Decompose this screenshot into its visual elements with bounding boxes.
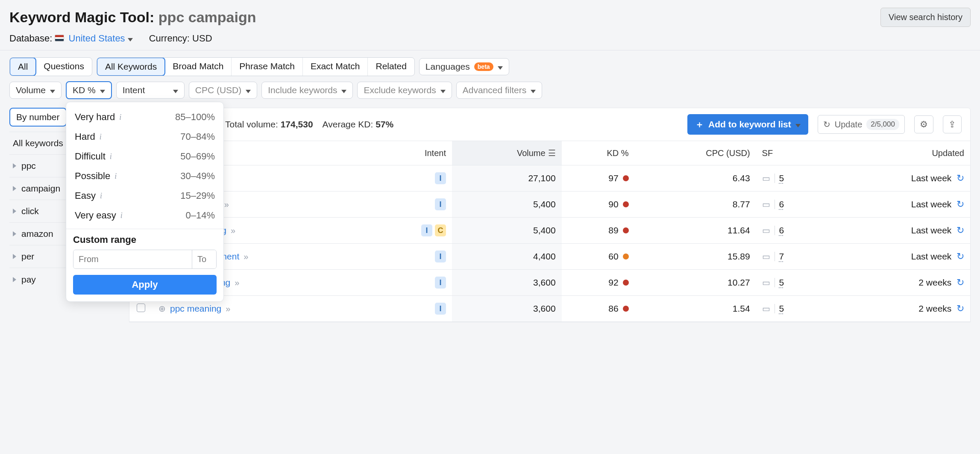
info-icon[interactable]: i: [100, 133, 102, 142]
exclude-filter-label: Exclude keywords: [364, 85, 436, 95]
table-row: ⊕ ppc advertising » I 3,600 92 10.27 ▭ 5…: [129, 270, 970, 296]
tab-phrase-match[interactable]: Phrase Match: [232, 58, 303, 76]
info-icon[interactable]: i: [119, 113, 121, 122]
kd-option-label: Possible: [75, 171, 110, 182]
updated-cell: Last week ↻: [830, 218, 970, 244]
kd-option-label: Very easy: [75, 210, 116, 221]
col-intent[interactable]: Intent: [373, 141, 452, 165]
sort-desc-icon: ☰: [548, 148, 556, 158]
kd-option[interactable]: Hard i70–84%: [73, 127, 217, 147]
col-kd[interactable]: KD %: [562, 141, 635, 165]
exclude-keywords-filter[interactable]: Exclude keywords: [357, 82, 452, 99]
col-sf[interactable]: SF: [756, 141, 830, 165]
divider: [775, 304, 775, 313]
sf-value[interactable]: 6: [779, 225, 784, 236]
sf-value[interactable]: 7: [779, 251, 784, 262]
add-icon[interactable]: ⊕: [158, 304, 166, 314]
kd-from-input[interactable]: [73, 250, 192, 268]
kd-dot-icon: [623, 254, 629, 259]
col-volume[interactable]: Volume☰: [452, 141, 562, 165]
divider: [775, 174, 775, 183]
serp-icon[interactable]: ▭: [762, 225, 770, 236]
chevron-double-icon[interactable]: »: [226, 304, 230, 314]
settings-button[interactable]: ⚙: [914, 115, 933, 133]
tab-broad-match[interactable]: Broad Match: [165, 58, 232, 76]
chevron-double-icon[interactable]: »: [224, 200, 229, 209]
refresh-row-icon[interactable]: ↻: [957, 277, 964, 288]
by-number-toggle[interactable]: By number: [9, 108, 67, 127]
kd-cell: 86: [608, 304, 628, 314]
chevron-down-icon: [498, 62, 503, 72]
info-icon[interactable]: i: [120, 211, 123, 220]
sf-value[interactable]: 5: [779, 173, 784, 183]
cpc-cell: 10.27: [635, 270, 756, 296]
kd-option[interactable]: Very easy i0–14%: [73, 206, 217, 225]
update-button[interactable]: ↻ Update 2/5,000: [818, 115, 905, 134]
info-icon[interactable]: i: [114, 172, 117, 181]
advanced-filters[interactable]: Advanced filters: [456, 82, 542, 99]
keyword-link[interactable]: ppc meaning: [170, 304, 221, 314]
tab-exact-match[interactable]: Exact Match: [303, 58, 368, 76]
tab-all[interactable]: All: [9, 57, 36, 76]
kd-cell: 97: [608, 173, 628, 183]
chevron-double-icon[interactable]: »: [244, 252, 248, 262]
table-row: ⊕ ppc marketing » I C 5,400 89 11.64 ▭ 6…: [129, 218, 970, 244]
serp-icon[interactable]: ▭: [762, 251, 770, 262]
tab-questions[interactable]: Questions: [36, 58, 92, 76]
sf-value[interactable]: 6: [779, 199, 784, 209]
row-checkbox[interactable]: [137, 304, 145, 312]
serp-icon[interactable]: ▭: [762, 173, 770, 183]
divider: [775, 226, 775, 235]
kd-dot-icon: [623, 306, 629, 312]
sf-value[interactable]: 5: [779, 304, 784, 314]
kd-option-range: 15–29%: [180, 190, 215, 201]
kd-filter-label: KD %: [73, 85, 96, 95]
add-to-keyword-list-button[interactable]: ＋ Add to keyword list: [687, 114, 808, 135]
tab-all-keywords[interactable]: All Keywords: [97, 57, 165, 76]
kd-option-range: 70–84%: [180, 131, 215, 142]
chevron-down-icon: [341, 85, 346, 95]
serp-icon[interactable]: ▭: [762, 277, 770, 288]
apply-button[interactable]: Apply: [73, 275, 217, 295]
serp-icon[interactable]: ▭: [762, 304, 770, 314]
refresh-row-icon[interactable]: ↻: [957, 199, 964, 209]
chevron-double-icon[interactable]: »: [235, 278, 239, 288]
volume-cell: 5,400: [452, 192, 562, 218]
cpc-filter[interactable]: CPC (USD): [189, 82, 258, 99]
refresh-row-icon[interactable]: ↻: [957, 303, 964, 314]
chevron-double-icon[interactable]: »: [231, 226, 235, 236]
export-button[interactable]: ⇪: [943, 115, 962, 133]
kd-option[interactable]: Easy i15–29%: [73, 186, 217, 206]
intent-filter[interactable]: Intent: [116, 82, 185, 99]
kd-option[interactable]: Possible i30–49%: [73, 166, 217, 186]
serp-icon[interactable]: ▭: [762, 199, 770, 209]
chevron-right-icon: [13, 277, 16, 282]
include-keywords-filter[interactable]: Include keywords: [261, 82, 353, 99]
refresh-row-icon[interactable]: ↻: [957, 225, 964, 236]
col-updated[interactable]: Updated: [830, 141, 970, 165]
refresh-row-icon[interactable]: ↻: [957, 251, 964, 262]
sidebar-item-label: pay: [21, 274, 36, 285]
cpc-cell: 1.54: [635, 296, 756, 322]
database-select[interactable]: Database: United States: [9, 33, 133, 44]
cpc-cell: 11.64: [635, 218, 756, 244]
cpc-cell: 6.43: [635, 165, 756, 192]
volume-filter[interactable]: Volume: [9, 82, 62, 99]
tab-related[interactable]: Related: [368, 58, 414, 76]
info-icon[interactable]: i: [100, 192, 102, 200]
kd-option-range: 30–49%: [180, 171, 215, 182]
kd-option[interactable]: Very hard i85–100%: [73, 107, 217, 127]
refresh-row-icon[interactable]: ↻: [957, 173, 964, 183]
kd-filter[interactable]: KD %: [66, 81, 112, 99]
table-row: ⊕ pay per click » I 5,400 90 8.77 ▭ 6 La…: [129, 192, 970, 218]
chevron-down-icon: [50, 85, 55, 95]
col-cpc[interactable]: CPC (USD): [635, 141, 756, 165]
info-icon[interactable]: i: [110, 152, 112, 161]
languages-filter[interactable]: Languages beta: [419, 58, 509, 75]
kd-to-input[interactable]: [192, 250, 217, 268]
plus-icon: ＋: [695, 118, 704, 130]
view-history-button[interactable]: View search history: [880, 8, 971, 27]
kd-cell: 90: [608, 199, 628, 209]
kd-option[interactable]: Difficult i50–69%: [73, 147, 217, 166]
sf-value[interactable]: 5: [779, 277, 784, 288]
